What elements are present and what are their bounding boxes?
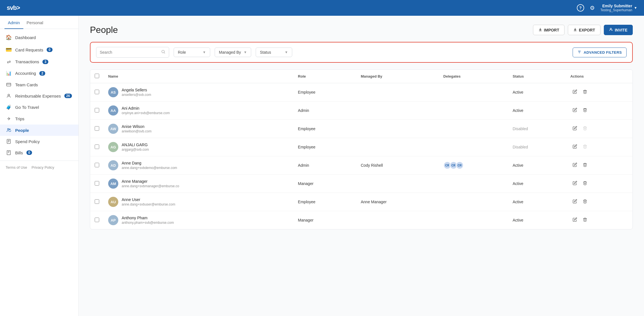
edit-button[interactable] (570, 198, 579, 206)
svb-logo: svb> (7, 4, 20, 12)
edit-button[interactable] (570, 125, 579, 133)
privacy-policy-link[interactable]: Privacy Policy (31, 165, 54, 170)
sidebar-item-trips[interactable]: ✈ Trips (0, 113, 78, 125)
header-actions: IMPORT EXPORT INVITE (533, 25, 633, 35)
tab-personal[interactable]: Personal (23, 16, 47, 29)
edit-button[interactable] (570, 216, 579, 224)
col-managed-by: Managed By (356, 70, 439, 83)
delete-button[interactable] (580, 180, 589, 188)
card-requests-badge: 0 (47, 48, 53, 52)
sidebar-item-label: Spend Policy (15, 139, 40, 144)
table-row: AMAnne Manageranne.dang+svbmanager@embur… (90, 175, 632, 193)
advanced-filters-button[interactable]: ADVANCED FILTERS (573, 48, 627, 57)
user-menu[interactable]: Emily Submitter Testing_Superhuman ▼ (600, 4, 637, 12)
row-actions-cell (566, 211, 632, 229)
row-managed-by-cell (356, 211, 439, 229)
row-checkbox[interactable] (95, 126, 99, 131)
row-delegates-cell (439, 83, 508, 101)
tab-admin[interactable]: Admin (4, 16, 23, 29)
svg-point-2 (8, 94, 10, 96)
row-status-cell: Disabled (508, 120, 566, 138)
edit-button[interactable] (570, 88, 579, 96)
action-buttons (570, 125, 628, 133)
row-status-cell: Active (508, 211, 566, 229)
person-email: anjgarg@svb.com (122, 148, 149, 152)
sidebar-item-people[interactable]: People (0, 125, 78, 136)
delete-button[interactable] (580, 107, 589, 114)
svg-point-4 (9, 129, 10, 130)
sidebar-item-card-requests[interactable]: 💳 Card Requests 0 (0, 44, 78, 56)
row-status-cell: Active (508, 156, 566, 175)
delegate-avatar: CR (456, 161, 464, 169)
help-button[interactable]: ? (577, 4, 584, 12)
row-managed-by-cell (356, 120, 439, 138)
row-actions-cell (566, 83, 632, 101)
sidebar-item-dashboard[interactable]: 🏠 Dashboard (0, 31, 78, 44)
delete-button[interactable] (580, 88, 589, 96)
sidebar-item-accounting[interactable]: 📊 Accounting 2 (0, 67, 78, 79)
search-box[interactable] (96, 47, 169, 58)
sidebar-item-spend-policy[interactable]: Spend Policy (0, 136, 78, 147)
select-all-header (90, 70, 104, 83)
person-cell: AAAni Adminonyinye.ani+svb@emburse.com (108, 105, 289, 116)
delete-button[interactable] (580, 161, 589, 169)
sidebar-item-bills[interactable]: Bills 0 (0, 147, 78, 158)
svg-point-12 (610, 28, 611, 30)
edit-button[interactable] (570, 107, 579, 114)
action-buttons (570, 180, 628, 188)
export-icon (573, 28, 577, 32)
import-button[interactable]: IMPORT (533, 25, 564, 35)
search-icon (161, 49, 165, 55)
sidebar-item-reimbursable-expenses[interactable]: Reimbursable Expenses 26 (0, 90, 78, 101)
invite-icon (609, 28, 613, 32)
table-body: ASAngela Sellersansellers@svb.comEmploye… (90, 83, 632, 229)
row-checkbox-cell (90, 138, 104, 156)
row-checkbox[interactable] (95, 108, 99, 112)
row-checkbox[interactable] (95, 90, 99, 94)
row-checkbox-cell (90, 120, 104, 138)
row-actions-cell (566, 175, 632, 193)
delete-button (580, 125, 589, 133)
action-buttons (570, 216, 628, 224)
transactions-badge: 3 (42, 60, 48, 64)
row-checkbox[interactable] (95, 181, 99, 186)
person-name: Ani Admin (122, 106, 170, 110)
edit-button[interactable] (570, 143, 579, 151)
person-name: ANJALI GARG (122, 143, 149, 147)
row-role-cell: Employee (293, 83, 356, 101)
row-checkbox[interactable] (95, 199, 99, 204)
row-checkbox-cell (90, 101, 104, 120)
row-actions-cell (566, 156, 632, 175)
edit-button[interactable] (570, 161, 579, 169)
terms-of-use-link[interactable]: Terms of Use (6, 165, 27, 170)
row-checkbox[interactable] (95, 163, 99, 167)
person-info: ANJALI GARGanjgarg@svb.com (122, 143, 149, 152)
search-input[interactable] (100, 50, 159, 55)
status-filter[interactable]: Status ▼ (256, 48, 292, 57)
person-cell: ADAnne Danganne.dang+svbdemo@emburse.com (108, 160, 289, 170)
bills-icon (6, 150, 12, 155)
select-all-checkbox[interactable] (95, 74, 99, 78)
sidebar-item-transactions[interactable]: ⇄ Transactions 3 (0, 56, 78, 67)
sidebar-item-go-to-travel[interactable]: 🧳 Go To Travel (0, 101, 78, 113)
sidebar-item-team-cards[interactable]: Team Cards (0, 79, 78, 90)
role-filter[interactable]: Role ▼ (174, 48, 210, 57)
edit-button[interactable] (570, 180, 579, 188)
chevron-down-icon: ▼ (244, 50, 247, 54)
row-managed-by-cell (356, 83, 439, 101)
person-info: Ani Adminonyinye.ani+svb@emburse.com (122, 106, 170, 115)
row-checkbox[interactable] (95, 145, 99, 149)
invite-button[interactable]: INVITE (604, 25, 633, 35)
delete-button[interactable] (580, 216, 589, 224)
managed-by-filter[interactable]: Managed By ▼ (215, 48, 251, 57)
row-name-cell: AWAnise Wilsonaniwilson@svb.com (104, 120, 293, 138)
delete-button[interactable] (580, 198, 589, 206)
settings-button[interactable]: ⚙ (590, 4, 595, 11)
status-filter-label: Status (260, 50, 271, 55)
person-name: Anne Dang (122, 161, 177, 165)
export-button[interactable]: EXPORT (568, 25, 600, 35)
row-checkbox[interactable] (95, 218, 99, 222)
person-cell: AUAnne Useranne.dang+svbuser@emburse.com (108, 197, 289, 207)
sidebar-item-label: Reimbursable Expenses (15, 94, 61, 98)
sidebar-item-label: Accounting (15, 71, 36, 76)
